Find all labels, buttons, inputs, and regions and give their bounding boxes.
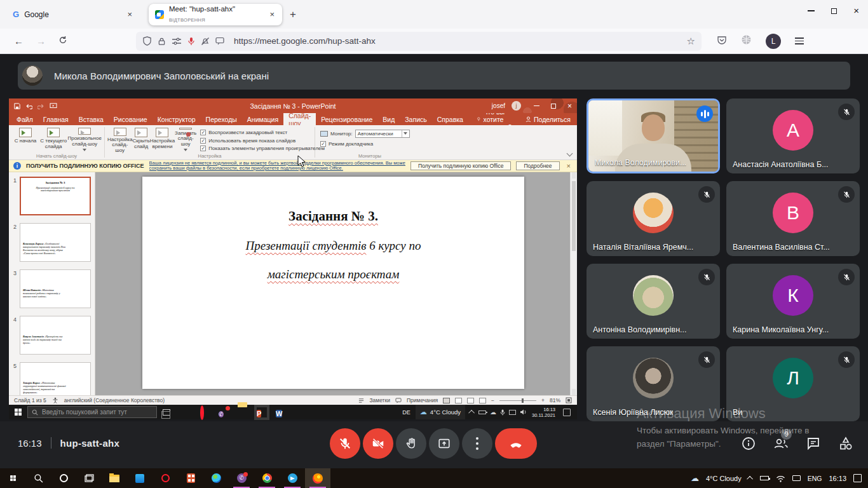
ppt-tab-design[interactable]: Конструктор <box>153 113 201 125</box>
checkbox-icon[interactable]: ✓ <box>320 141 326 147</box>
participant-tile[interactable]: А Анастасія Анатоліївна Б... <box>726 98 860 173</box>
viber-icon[interactable]: ✆ <box>219 407 229 417</box>
speaker-icon[interactable] <box>520 409 527 415</box>
battery-icon[interactable] <box>760 476 769 480</box>
permissions-icon[interactable] <box>172 37 182 45</box>
page-message-icon[interactable] <box>215 37 224 45</box>
fit-slide-icon[interactable] <box>566 397 572 403</box>
taskbar-search-box[interactable]: Введіть пошуковий запит тут <box>27 406 157 418</box>
zoom-in-icon[interactable]: + <box>541 397 545 403</box>
tab-meet[interactable]: Meet: "hup-satt-ahx" ВІДТВОРЕННЯ × <box>149 4 282 25</box>
edge-icon[interactable] <box>180 407 191 417</box>
slide-thumbnail-2[interactable]: 2 Ковальчук Лариса «Особливості використ… <box>10 223 91 262</box>
slide-counter[interactable]: Слайд 1 из 5 <box>14 397 46 403</box>
ppt-tab-animations[interactable]: Анимация <box>242 113 283 125</box>
pocket-icon[interactable] <box>717 35 727 48</box>
notes-button[interactable]: Заметки <box>369 397 390 403</box>
keyboard-language[interactable]: DE <box>402 409 410 416</box>
task-view-icon[interactable] <box>163 409 170 416</box>
word-icon[interactable]: W <box>276 407 286 417</box>
leave-call-button[interactable] <box>495 428 537 459</box>
notifications-blocked-icon[interactable] <box>201 37 210 46</box>
microphone-tray-icon[interactable] <box>500 409 505 416</box>
custom-slideshow-button[interactable]: Произвольное слайд-шоу <box>67 126 102 153</box>
url-text[interactable]: https://meet.google.com/hup-satt-ahx <box>234 36 681 46</box>
tab-close-icon[interactable]: × <box>126 10 133 19</box>
slide-thumbnail-panel[interactable]: 1 Засідання № 3 Презентації студентів 6 … <box>9 172 95 395</box>
notification-center-icon[interactable] <box>563 409 571 416</box>
ppt-minimize-icon[interactable] <box>534 105 539 106</box>
dismiss-warning-icon[interactable]: × <box>565 162 573 170</box>
meeting-details-button[interactable] <box>740 435 757 452</box>
ppt-tab-view[interactable]: Вид <box>377 113 400 125</box>
reload-button[interactable] <box>58 36 67 46</box>
mic-off-button[interactable] <box>330 428 360 459</box>
present-screen-button[interactable] <box>429 428 459 459</box>
participant-tile[interactable]: К Карина Миколаївна Унгу... <box>726 264 860 339</box>
checkbox-icon[interactable]: ✓ <box>200 146 206 151</box>
reading-view-icon[interactable] <box>467 398 474 403</box>
setup-slideshow-button[interactable]: Настройка слайд-шоу <box>107 126 132 153</box>
ppt-tab-record[interactable]: Запись <box>400 113 431 125</box>
license-warning-text[interactable]: Ваша лицензия не является подлинной, и в… <box>149 161 405 172</box>
chrome-icon[interactable] <box>254 468 280 488</box>
record-slideshow-button[interactable]: Записать слайд-шоу <box>175 126 196 153</box>
onedrive-cloud-icon[interactable]: ☁ <box>490 409 496 416</box>
zoom-slider-thumb[interactable] <box>522 398 524 403</box>
calculator-icon[interactable] <box>178 468 203 488</box>
participant-tile[interactable]: В Валентина Василівна Ст... <box>726 181 860 256</box>
ppt-tab-help[interactable]: Справка <box>432 113 468 125</box>
save-icon[interactable] <box>14 103 20 109</box>
participants-button[interactable]: 9 <box>773 435 789 452</box>
zoom-percent[interactable]: 81% <box>550 397 560 403</box>
battery-icon[interactable] <box>478 410 486 414</box>
checkbox-play-narrations[interactable]: ✓Воспроизвести закадровый текст <box>200 130 325 135</box>
url-bar[interactable]: https://meet.google.com/hup-satt-ahx ☆ <box>136 32 702 51</box>
tell-me-box[interactable]: Что вы хотите сделать? <box>477 113 526 125</box>
ppt-tab-home[interactable]: Главная <box>38 113 74 125</box>
menu-icon[interactable] <box>795 37 804 44</box>
slide-sorter-view-icon[interactable] <box>455 398 462 403</box>
ppt-tab-insert[interactable]: Вставка <box>74 113 109 125</box>
maximize-icon[interactable] <box>831 8 837 14</box>
raise-hand-button[interactable] <box>396 428 426 459</box>
minimize-icon[interactable] <box>808 10 815 11</box>
checkbox-show-media-controls[interactable]: ✓Показать элементы управления проигрыват… <box>200 146 325 151</box>
zoom-out-icon[interactable]: − <box>491 397 494 403</box>
undo-icon[interactable] <box>25 103 32 109</box>
ppt-account-name[interactable]: josef <box>492 102 505 109</box>
new-tab-button[interactable]: + <box>290 8 296 21</box>
slideshow-view-icon[interactable] <box>479 398 486 403</box>
slide-thumbnail-3[interactable]: 3 Шлик Наталія «Методика позакласної роб… <box>10 269 91 308</box>
display-icon[interactable] <box>509 410 516 415</box>
wifi-icon[interactable] <box>776 475 785 482</box>
from-current-slide-button[interactable]: С текущего слайда <box>39 126 67 153</box>
weather-widget[interactable]: ☁ 4°C Cloudy <box>416 405 465 419</box>
monitor-select[interactable]: Автоматически <box>355 130 410 138</box>
opera-icon[interactable] <box>153 468 178 488</box>
slide-thumbnail-1[interactable]: 1 Засідання № 3 Презентації студентів 6 … <box>10 177 91 215</box>
cortana-icon[interactable] <box>51 468 76 488</box>
accessibility-icon[interactable] <box>52 397 58 403</box>
ppt-account-avatar[interactable]: j <box>512 101 521 111</box>
ppt-tab-slideshow[interactable]: Слайд-шоу <box>283 113 316 125</box>
tray-expand-icon[interactable] <box>468 410 475 416</box>
file-explorer-icon[interactable] <box>238 407 248 417</box>
ppt-restore-icon[interactable] <box>551 104 556 109</box>
slide-editing-area[interactable]: Засідання № 3. Презентації студентів 6 к… <box>95 172 577 395</box>
more-options-button[interactable] <box>462 428 492 459</box>
slide-scrollbar[interactable] <box>570 172 577 395</box>
ppt-tab-review[interactable]: Рецензирование <box>316 113 377 125</box>
tab-google[interactable]: Google G Google × <box>6 4 140 25</box>
weather-cloud-icon[interactable]: ☁ <box>691 473 699 483</box>
opera-icon[interactable] <box>200 407 210 417</box>
zoom-slider[interactable] <box>499 400 536 401</box>
lock-icon[interactable] <box>158 37 166 46</box>
taskbar-clock[interactable]: 16:13 30.11.2021 <box>532 407 555 418</box>
taskbar-search-icon[interactable] <box>25 468 51 488</box>
start-button[interactable] <box>9 409 27 416</box>
microphone-permission-icon[interactable] <box>187 37 195 46</box>
redo-icon[interactable] <box>37 103 44 109</box>
input-language[interactable]: ENG <box>808 475 822 482</box>
checkbox-icon[interactable]: ✓ <box>200 130 206 135</box>
